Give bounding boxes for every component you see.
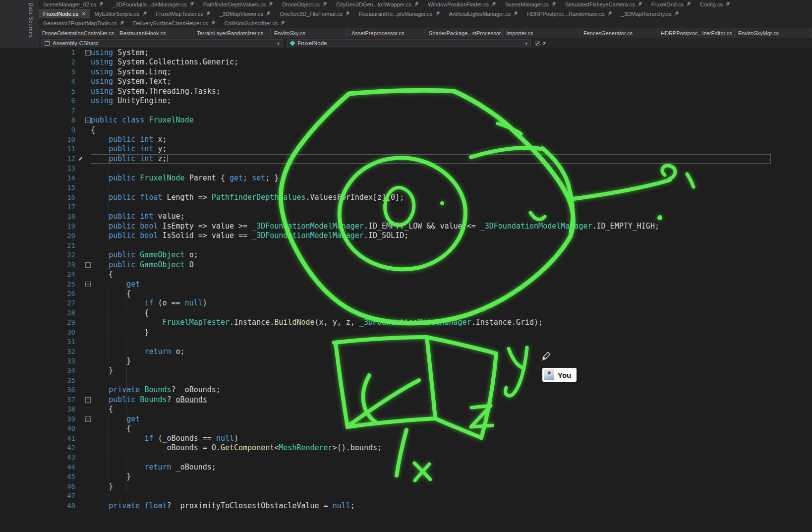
code-text: return _oBounds; (91, 463, 216, 472)
editor-tab[interactable]: CityGen3DGen...torWrapper.cs (332, 0, 423, 9)
code-line: 12 public int z; (0, 154, 812, 164)
pin-icon[interactable] (97, 0, 105, 8)
code-text: if (_oBounds == null) (91, 434, 238, 443)
pin-icon[interactable] (673, 10, 680, 18)
fold-collapse-icon[interactable]: - (85, 118, 91, 123)
pin-icon[interactable] (434, 10, 441, 18)
fold-gutter (75, 241, 91, 250)
tab-label: DroneObject.cs (282, 1, 320, 7)
fold-collapse-icon[interactable]: - (85, 397, 91, 403)
editor-tab[interactable]: AssetPreprocessor.cs (348, 28, 425, 38)
pin-icon[interactable] (724, 0, 731, 8)
editor-tab[interactable]: EnviroSkyMgr.cs (735, 28, 812, 38)
pin-icon[interactable] (204, 10, 212, 18)
editor-tab[interactable]: _3DFoundatio...delManager.cs (108, 0, 199, 9)
code-text: using System.Collections.Generic; (91, 58, 238, 67)
fold-gutter (75, 424, 91, 433)
editor-tab[interactable]: HDRPPostproc...izerEditor.cs (657, 28, 735, 38)
pin-icon[interactable] (279, 19, 287, 27)
editor-tab[interactable]: Generator2ExportMapTools.cs (39, 18, 129, 28)
pin-icon[interactable] (141, 10, 148, 18)
editor-tab[interactable]: OneSec3D_FileFormat.cs (275, 9, 354, 18)
tab-label: RestaurantHo...pleManager.cs (359, 11, 433, 17)
fold-gutter (75, 482, 91, 491)
pin-icon[interactable] (118, 19, 125, 27)
tab-label: PathfinderDepthValues.cs (203, 1, 266, 7)
code-text: _oBounds = O.GetComponent<MeshRenderer>(… (91, 443, 382, 453)
editor-tab[interactable]: SimulatedFisheyeCamera.cs (561, 0, 647, 9)
code-text: FruxelMapTester.Instance.BuildNode(x, y,… (91, 318, 543, 327)
editor-tab[interactable]: DroneOrientationController.cs (39, 28, 116, 38)
code-line: 25- get (0, 280, 812, 289)
pin-icon[interactable] (209, 19, 217, 27)
close-tab-icon[interactable]: × (82, 10, 86, 17)
editor-tab[interactable]: TerrainLayerRandomizer.cs (193, 28, 271, 38)
editor-tab[interactable]: FruxelGrid.cs (647, 0, 696, 9)
editor-tab[interactable]: ShaderPackage...stProcessor.cs (425, 28, 503, 38)
editor-tab[interactable]: DeliverySurfaceClassHelper.cs (129, 18, 220, 28)
fold-collapse-icon[interactable]: - (85, 262, 91, 268)
editor-tab[interactable]: FruxelNode.cs× (39, 9, 90, 18)
editor-tab[interactable]: HDRPPostproc...Randomizer.cs (522, 9, 617, 18)
fold-collapse-icon[interactable]: - (85, 282, 91, 287)
editor-tab[interactable]: SceneManager_02.cs (39, 0, 108, 9)
editor-tab[interactable]: WindowPositionFinder.cs (423, 0, 501, 9)
fold-collapse-icon[interactable]: - (85, 50, 91, 56)
pin-icon[interactable] (321, 0, 328, 8)
editor-tab[interactable]: Config.cs (696, 0, 735, 9)
pin-icon[interactable] (267, 0, 275, 8)
code-text: } (91, 482, 113, 491)
editor-tab[interactable]: CollisionSubscriber.cs (220, 18, 290, 28)
type-dropdown[interactable]: FruxelNode ▾ (287, 39, 531, 47)
line-number: 25 (0, 280, 75, 289)
editor-tab[interactable]: EnviroSky.cs (271, 28, 348, 38)
project-dropdown[interactable]: Assembly-CSharp ▾ (41, 39, 283, 47)
editor-tab[interactable]: Importer.cs (503, 28, 580, 38)
code-text: } (91, 356, 131, 366)
editor-tab[interactable]: MyEditorScripts.cs (90, 9, 152, 18)
line-number: 2 (0, 58, 75, 67)
code-text: using System.Linq; (91, 67, 172, 77)
pin-icon[interactable] (265, 10, 272, 18)
code-line: 34 } (0, 366, 812, 375)
editor-tab[interactable]: ArtificialLightsManager.cs (445, 9, 523, 18)
line-number: 7 (0, 106, 75, 116)
code-editor[interactable]: 1-using System;2using System.Collections… (0, 48, 812, 532)
fold-gutter (75, 472, 91, 481)
pin-icon[interactable] (685, 0, 693, 8)
fold-collapse-icon[interactable]: - (85, 416, 91, 422)
line-number: 29 (0, 318, 75, 327)
line-number: 23 (0, 260, 75, 270)
pin-icon[interactable] (490, 0, 497, 8)
pin-icon[interactable] (188, 0, 195, 8)
editor-tab[interactable]: _3DMapHierarchy.cs (617, 9, 684, 18)
line-number: 40 (0, 424, 75, 433)
tab-label: Importer.cs (506, 30, 533, 36)
line-number: 35 (0, 376, 75, 385)
pin-icon[interactable] (636, 0, 643, 8)
pin-icon[interactable] (550, 0, 557, 8)
pin-icon[interactable] (606, 10, 613, 18)
line-number: 45 (0, 472, 75, 481)
pin-icon[interactable] (413, 0, 420, 8)
member-dropdown[interactable]: z (535, 40, 546, 46)
editor-tab[interactable]: SceneManager.cs (501, 0, 561, 9)
code-line: 22 public GameObject o; (0, 250, 812, 260)
pin-icon[interactable] (344, 10, 351, 18)
editor-tab[interactable]: RestaurantHook.cs (116, 28, 193, 38)
fold-gutter (75, 356, 91, 366)
pin-icon[interactable] (512, 10, 520, 18)
editor-tab[interactable]: _3DMapViewer.cs (215, 9, 275, 18)
fold-gutter (75, 385, 91, 395)
editor-tab[interactable]: PathfinderDepthValues.cs (199, 0, 278, 9)
editor-tab[interactable]: RestaurantHo...pleManager.cs (354, 9, 445, 18)
editor-tab[interactable]: DroneObject.cs (278, 0, 332, 9)
code-line: 38 { (0, 405, 812, 414)
code-line: 40 { (0, 424, 812, 433)
editor-tab[interactable]: FencesGenerator.cs (580, 28, 657, 38)
line-number: 17 (0, 202, 75, 212)
data-sources-tab[interactable]: Data Sources (28, 2, 34, 38)
tab-label: EnviroSkyMgr.cs (738, 30, 779, 36)
editor-tab[interactable]: FruxelMapTester.cs (152, 9, 215, 18)
code-line: 37- public Bounds? oBounds (0, 395, 812, 405)
